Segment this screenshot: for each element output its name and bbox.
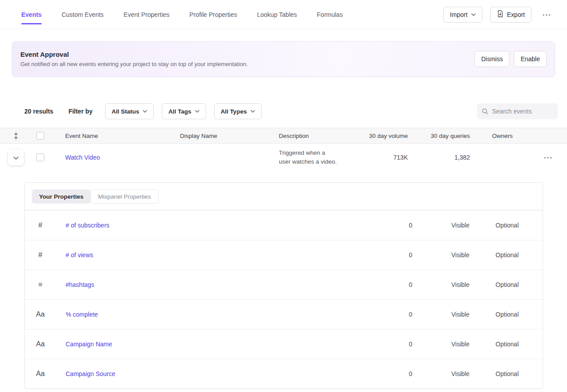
filter-bar: 20 results Filter by All Status All Tags… bbox=[0, 103, 567, 119]
chevron-down-icon bbox=[143, 110, 147, 113]
property-requirement: Optional bbox=[469, 341, 519, 348]
row-checkbox[interactable] bbox=[36, 153, 44, 161]
property-visibility: Visible bbox=[412, 281, 469, 288]
banner-subtitle: Get notified on all new events entering … bbox=[20, 61, 248, 67]
topnav-actions: Import Export ⋯ bbox=[443, 7, 554, 23]
status-filter-label: All Status bbox=[112, 108, 139, 115]
header-display-name: Display Name bbox=[164, 133, 262, 139]
property-row: Aa Campaign Name 0 Visible Optional bbox=[25, 329, 543, 359]
header-event-name: Event Name bbox=[49, 133, 164, 139]
banner-title: Event Approval bbox=[20, 51, 248, 58]
search-input[interactable] bbox=[492, 108, 553, 115]
property-requirement: Optional bbox=[469, 281, 519, 288]
properties-panel: Your Properties Mixpanel Properties # # … bbox=[24, 182, 543, 389]
property-visibility: Visible bbox=[412, 251, 469, 259]
nav-tab-profile-properties[interactable]: Profile Properties bbox=[189, 8, 237, 21]
chevron-down-icon bbox=[471, 13, 476, 16]
property-row: Aa % complete 0 Visible Optional bbox=[25, 299, 543, 329]
property-row: # # of views 0 Visible Optional bbox=[25, 240, 543, 270]
import-button[interactable]: Import bbox=[443, 7, 482, 23]
property-visibility: Visible bbox=[412, 370, 469, 377]
property-requirement: Optional bbox=[469, 370, 519, 377]
property-requirement: Optional bbox=[469, 311, 519, 318]
tab-mixpanel-properties[interactable]: Mixpanel Properties bbox=[90, 189, 158, 204]
filter-by-label: Filter by bbox=[68, 108, 92, 115]
chevron-down-icon bbox=[195, 110, 199, 113]
event-table-row: Watch Video Triggered when a user watche… bbox=[0, 144, 567, 171]
property-value: 0 bbox=[368, 222, 412, 229]
export-icon bbox=[497, 10, 504, 19]
number-icon: # bbox=[25, 251, 56, 259]
property-value: 0 bbox=[368, 341, 412, 348]
property-row: ≡ #hashtags 0 Visible Optional bbox=[25, 270, 543, 299]
events-table-header: Event Name Display Name Description 30 d… bbox=[0, 128, 567, 144]
property-value: 0 bbox=[368, 281, 412, 288]
event-volume: 713K bbox=[348, 154, 408, 161]
text-icon: Aa bbox=[25, 340, 56, 348]
banner-text: Event Approval Get notified on all new e… bbox=[20, 51, 248, 67]
number-icon: # bbox=[25, 221, 56, 229]
property-name-link[interactable]: #hashtags bbox=[56, 281, 368, 288]
nav-tab-event-properties[interactable]: Event Properties bbox=[124, 8, 170, 21]
enable-button[interactable]: Enable bbox=[514, 51, 547, 67]
property-requirement: Optional bbox=[469, 222, 519, 229]
text-icon: Aa bbox=[25, 310, 56, 318]
results-count: 20 results bbox=[24, 108, 53, 115]
top-navigation: Events Custom Events Event Properties Pr… bbox=[0, 0, 567, 29]
nav-tab-custom-events[interactable]: Custom Events bbox=[62, 8, 104, 21]
types-filter-dropdown[interactable]: All Types bbox=[214, 103, 262, 119]
event-queries: 1,382 bbox=[408, 154, 470, 161]
property-name-link[interactable]: Campaign Source bbox=[56, 370, 368, 377]
chevron-down-icon bbox=[250, 110, 255, 113]
import-button-label: Import bbox=[450, 11, 468, 18]
text-icon: Aa bbox=[25, 370, 56, 378]
tags-filter-label: All Tags bbox=[168, 108, 192, 115]
select-all-checkbox[interactable] bbox=[36, 132, 44, 140]
export-button-label: Export bbox=[507, 11, 525, 18]
nav-tabs: Events Custom Events Event Properties Pr… bbox=[21, 0, 343, 29]
event-approval-banner: Event Approval Get notified on all new e… bbox=[12, 41, 555, 77]
property-row: # # of subscribers 0 Visible Optional bbox=[25, 210, 543, 240]
tags-filter-dropdown[interactable]: All Tags bbox=[162, 103, 206, 119]
dismiss-button[interactable]: Dismiss bbox=[474, 51, 509, 67]
event-description: Triggered when a user watches a video. bbox=[262, 149, 348, 166]
property-name-link[interactable]: Campaign Name bbox=[56, 341, 368, 348]
banner-actions: Dismiss Enable bbox=[474, 51, 547, 67]
header-description: Description bbox=[262, 133, 348, 139]
collapse-row-button[interactable] bbox=[8, 149, 24, 165]
status-filter-dropdown[interactable]: All Status bbox=[105, 103, 154, 119]
export-button[interactable]: Export bbox=[490, 7, 532, 23]
header-owners: Owners bbox=[470, 133, 538, 139]
search-box bbox=[477, 103, 558, 119]
row-more-button[interactable]: ⋯ bbox=[541, 153, 555, 162]
property-value: 0 bbox=[368, 251, 412, 259]
types-filter-label: All Types bbox=[221, 108, 247, 115]
more-options-button[interactable]: ⋯ bbox=[540, 10, 554, 19]
property-name-link[interactable]: # of subscribers bbox=[56, 222, 368, 229]
nav-tab-lookup-tables[interactable]: Lookup Tables bbox=[257, 8, 297, 21]
property-visibility: Visible bbox=[412, 311, 469, 318]
properties-tabbar: Your Properties Mixpanel Properties bbox=[25, 183, 543, 210]
collapse-all-icon[interactable] bbox=[0, 132, 32, 140]
list-icon: ≡ bbox=[25, 281, 56, 289]
property-visibility: Visible bbox=[412, 341, 469, 348]
search-icon bbox=[481, 108, 489, 115]
tab-your-properties[interactable]: Your Properties bbox=[32, 189, 90, 204]
event-name-link[interactable]: Watch Video bbox=[65, 154, 100, 161]
header-queries: 30 day queries bbox=[408, 133, 470, 139]
nav-tab-formulas[interactable]: Formulas bbox=[317, 8, 343, 21]
property-value: 0 bbox=[368, 311, 412, 318]
property-visibility: Visible bbox=[412, 222, 469, 229]
property-row: Aa Campaign Source 0 Visible Optional bbox=[25, 359, 543, 388]
property-name-link[interactable]: # of views bbox=[56, 251, 368, 259]
property-value: 0 bbox=[368, 370, 412, 377]
chevron-down-icon bbox=[13, 154, 19, 161]
nav-tab-events[interactable]: Events bbox=[21, 8, 42, 21]
property-requirement: Optional bbox=[469, 251, 519, 259]
property-name-link[interactable]: % complete bbox=[56, 311, 368, 318]
header-volume: 30 day volume bbox=[348, 133, 408, 139]
